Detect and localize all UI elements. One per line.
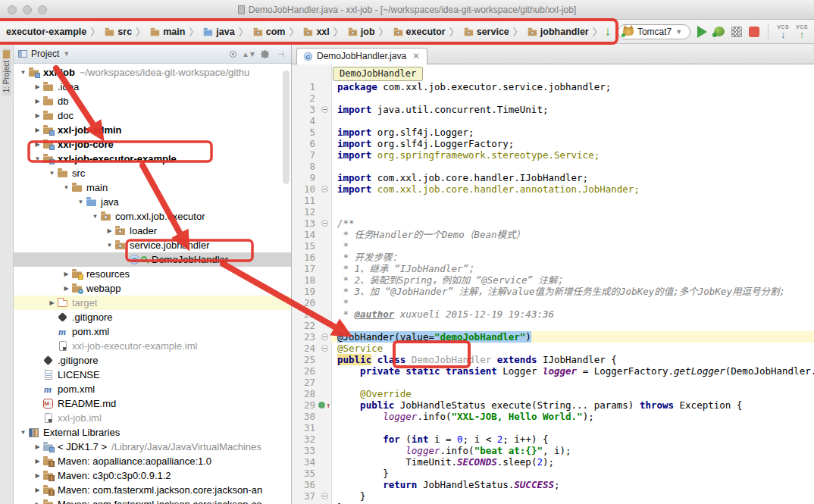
- code-text[interactable]: [331, 115, 814, 127]
- breadcrumb-item[interactable]: executor: [393, 27, 446, 37]
- fold-marker[interactable]: [321, 493, 328, 499]
- code-text[interactable]: *: [331, 297, 814, 308]
- project-tool-window-tab[interactable]: 1: Project: [2, 48, 11, 95]
- vcs-update-button[interactable]: VCS↓: [777, 24, 789, 39]
- code-text[interactable]: * 任务Handler的一个Demo（Bean模式）: [331, 229, 814, 240]
- expand-toggle-icon[interactable]: ▼: [18, 69, 28, 76]
- code-text[interactable]: [331, 422, 814, 434]
- expand-toggle-icon[interactable]: ▶: [33, 443, 42, 450]
- tree-item[interactable]: ▶< JDK1.7 >/Library/Java/JavaVirtualMach…: [14, 440, 291, 454]
- code-text[interactable]: /**: [331, 218, 814, 229]
- fold-marker[interactable]: [321, 106, 328, 113]
- tree-item[interactable]: README.md: [14, 396, 291, 411]
- tree-item[interactable]: ▶loader: [14, 224, 291, 238]
- breadcrumb-item[interactable]: main: [149, 27, 185, 37]
- tree-item[interactable]: ▶doc: [14, 108, 291, 123]
- expand-toggle-icon[interactable]: ▶: [61, 285, 71, 292]
- fold-marker[interactable]: [321, 333, 328, 340]
- tree-item[interactable]: ▶Maven: aopalliance:aopalliance:1.0: [14, 454, 291, 468]
- editor-breadcrumb-chip[interactable]: DemoJobHandler: [333, 67, 423, 81]
- breadcrumb-item[interactable]: executor-example: [6, 27, 86, 37]
- tree-item[interactable]: ▶db: [14, 94, 291, 108]
- breadcrumb-item[interactable]: job: [347, 27, 375, 37]
- breadcrumb-item[interactable]: jobhandler: [527, 27, 589, 37]
- code-text[interactable]: [331, 92, 814, 104]
- tree-item[interactable]: ▼com.xxl.job.executor: [14, 209, 291, 224]
- expand-toggle-icon[interactable]: ▼: [90, 213, 100, 220]
- code-text[interactable]: * 1、继承 “IJobHandler”；: [331, 263, 814, 274]
- expand-toggle-icon[interactable]: ▶: [33, 487, 42, 493]
- code-text[interactable]: [331, 195, 814, 206]
- chevron-down-icon[interactable]: ▼: [63, 50, 70, 58]
- expand-toggle-icon[interactable]: ▶: [33, 501, 42, 504]
- expand-toggle-icon[interactable]: ▶: [105, 227, 114, 234]
- vcs-commit-button[interactable]: VCS↑: [796, 24, 808, 39]
- tree-item[interactable]: ▼External Libraries: [14, 425, 291, 440]
- code-text[interactable]: public JobHandleStatus execute(String...…: [331, 399, 814, 411]
- stop-button[interactable]: [749, 27, 759, 37]
- tree-item[interactable]: ▶resources: [14, 267, 291, 281]
- expand-toggle-icon[interactable]: ▶: [33, 98, 42, 105]
- code-text[interactable]: logger.info("beat at:{}", i);: [331, 445, 814, 456]
- code-text[interactable]: import org.springframework.stereotype.Se…: [331, 149, 814, 161]
- breadcrumb-item[interactable]: src: [104, 27, 132, 37]
- fold-marker[interactable]: [321, 345, 328, 352]
- expand-toggle-icon[interactable]: ▼: [61, 184, 71, 191]
- tree-item[interactable]: DemoJobHandler: [14, 252, 291, 267]
- code-text[interactable]: * 2、装配到Spring，例如加 “@Service” 注解；: [331, 274, 814, 286]
- expand-toggle-icon[interactable]: ▶: [33, 141, 42, 148]
- hide-panel-button[interactable]: ⊣: [274, 48, 286, 60]
- tree-item[interactable]: xxl-job-executor-example.iml: [14, 339, 291, 353]
- code-text[interactable]: @Override: [331, 388, 814, 399]
- tree-item[interactable]: ▼java: [14, 195, 291, 209]
- expand-toggle-icon[interactable]: ▼: [105, 242, 114, 249]
- code-text[interactable]: }: [331, 468, 814, 479]
- breadcrumb-item[interactable]: xxl: [302, 27, 329, 37]
- breadcrumb-item[interactable]: service: [463, 27, 509, 37]
- code-text[interactable]: import org.slf4j.Logger;: [331, 127, 814, 138]
- expand-toggle-icon[interactable]: ▼: [76, 199, 86, 205]
- tree-item[interactable]: ▶Maven: com.fasterxml.jackson.core:jacks…: [14, 483, 291, 497]
- expand-toggle-icon[interactable]: ▼: [33, 155, 42, 162]
- code-text[interactable]: * @author xuxueli 2015-12-19 19:43:36: [331, 308, 814, 320]
- expand-toggle-icon[interactable]: ▶: [33, 127, 42, 133]
- code-text[interactable]: import com.xxl.job.core.handler.annotati…: [331, 183, 814, 195]
- tree-item[interactable]: LICENSE: [14, 368, 291, 382]
- tree-item[interactable]: pom.xml: [14, 324, 291, 339]
- debug-button[interactable]: [714, 27, 725, 36]
- code-text[interactable]: [331, 206, 814, 218]
- fold-marker[interactable]: [321, 186, 328, 193]
- editor-tab[interactable]: DemoJobHandler.java ✕: [296, 48, 427, 64]
- tree-item[interactable]: ▼xxl-job-executor-example: [14, 152, 291, 166]
- expand-toggle-icon[interactable]: ▶: [33, 83, 42, 90]
- project-scrollbar[interactable]: [283, 70, 290, 184]
- breadcrumb-item[interactable]: com: [252, 27, 286, 37]
- intention-bulb-icon[interactable]: [337, 323, 345, 330]
- expand-toggle-icon[interactable]: ▶: [33, 112, 42, 119]
- tree-item[interactable]: ▶xxl-job-core: [14, 137, 291, 152]
- code-text[interactable]: import org.slf4j.LoggerFactory;: [331, 138, 814, 149]
- tree-item[interactable]: ▼service.jobhandler: [14, 238, 291, 252]
- tree-item[interactable]: ▶webapp: [14, 281, 291, 296]
- code-text[interactable]: import com.xxl.job.core.handler.IJobHand…: [331, 172, 814, 183]
- code-text[interactable]: TimeUnit.SECONDS.sleep(2);: [331, 456, 814, 468]
- expand-toggle-icon[interactable]: ▼: [18, 429, 28, 436]
- scroll-from-source-button[interactable]: ▲▼: [243, 48, 255, 60]
- run-configuration-selector[interactable]: Tomcat7 ▼: [618, 24, 690, 39]
- tree-item[interactable]: ▼xxl-job~/workspaces/idea-git-workspace/…: [14, 65, 291, 80]
- tree-item[interactable]: ▶target: [14, 296, 291, 310]
- code-text[interactable]: [331, 161, 814, 172]
- code-text[interactable]: public class DemoJobHandler extends IJob…: [331, 354, 814, 365]
- code-text[interactable]: package com.xxl.job.executor.service.job…: [331, 81, 814, 92]
- tree-item[interactable]: ▶.idea: [14, 80, 291, 94]
- tree-item[interactable]: ▶Maven: com.fasterxml.jackson.core:jacks…: [14, 497, 291, 504]
- code-text[interactable]: @JobHander(value="demoJobHandler"): [331, 331, 814, 343]
- tree-item[interactable]: .gitignore: [14, 310, 291, 324]
- expand-toggle-icon[interactable]: ▶: [33, 458, 42, 465]
- tree-item[interactable]: xxl-job.iml: [14, 411, 291, 425]
- code-text[interactable]: }: [331, 490, 814, 502]
- code-text[interactable]: return JobHandleStatus.SUCCESS;: [331, 479, 814, 490]
- code-text[interactable]: logger.info("XXL-JOB, Hello World.");: [331, 411, 814, 422]
- code-text[interactable]: @Service: [331, 343, 814, 354]
- code-text[interactable]: [331, 320, 814, 331]
